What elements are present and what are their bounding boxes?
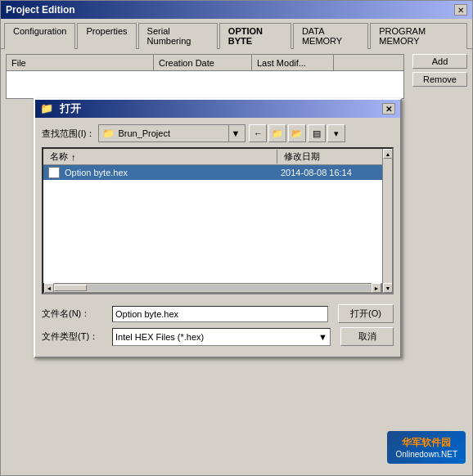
filetype-row: 文件类型(T)： Intel HEX Files (*.hex) ▼ 取消 bbox=[42, 327, 394, 346]
tab-data-memory[interactable]: DATA MEMORY bbox=[293, 23, 368, 49]
open-cancel-buttons: 打开(O) bbox=[338, 304, 394, 323]
tab-option-byte[interactable]: OPTION BYTE bbox=[219, 23, 291, 49]
col-file: File bbox=[7, 55, 154, 70]
watermark: 华军软件园 Onlinedown.NET bbox=[387, 431, 466, 464]
scroll-left-button[interactable] bbox=[44, 283, 54, 293]
file-table: File Creation Date Last Modif... bbox=[6, 54, 404, 99]
horizontal-scrollbar[interactable] bbox=[43, 283, 382, 293]
remove-button[interactable]: Remove bbox=[412, 72, 467, 87]
file-list-area: 名称 ↑ 修改日期 □ Option byte.hex 2014-08-08 1… bbox=[42, 147, 394, 294]
filetype-combo[interactable]: Intel HEX Files (*.hex) ▼ bbox=[112, 328, 331, 346]
watermark-line2: Onlinedown.NET bbox=[395, 450, 457, 459]
filetype-combo-arrow: ▼ bbox=[318, 332, 327, 342]
add-button[interactable]: Add bbox=[412, 54, 467, 69]
scrollbar-thumb[interactable] bbox=[54, 285, 87, 291]
lookin-combo[interactable]: 📁 Brun_Project ▼ bbox=[98, 124, 246, 142]
table-buttons: Add Remove bbox=[412, 54, 467, 99]
filetype-label: 文件类型(T)： bbox=[42, 330, 107, 343]
scroll-right-button[interactable] bbox=[372, 283, 381, 293]
file-table-header: File Creation Date Last Modif... bbox=[7, 55, 403, 71]
tab-serial-numbering[interactable]: Serial Numbering bbox=[138, 23, 218, 49]
open-button[interactable]: 打开(O) bbox=[338, 304, 394, 323]
nav-new-folder-button[interactable]: 📂 bbox=[288, 124, 306, 142]
file-date: 2014-08-08 16:14 bbox=[281, 168, 387, 177]
file-table-body bbox=[7, 71, 403, 98]
file-list-header: 名称 ↑ 修改日期 bbox=[43, 149, 392, 165]
tab-configuration[interactable]: Configuration bbox=[4, 23, 75, 49]
col-name[interactable]: 名称 ↑ bbox=[43, 150, 277, 164]
file-icon: □ bbox=[48, 167, 60, 178]
nav-buttons: ← 📁 📂 ▤ ▾ bbox=[249, 124, 345, 142]
filename-input[interactable] bbox=[112, 306, 328, 322]
scrollbar-track bbox=[54, 285, 372, 291]
scroll-up-button[interactable] bbox=[383, 149, 393, 159]
lookin-label: 查找范围(I)： bbox=[42, 128, 95, 140]
folder-icon: 📁 bbox=[102, 128, 115, 139]
dialog-body: 查找范围(I)： 📁 Brun_Project ▼ ← 📁 📂 ▤ ▾ bbox=[35, 118, 400, 357]
watermark-line1: 华军软件园 bbox=[395, 436, 457, 450]
tab-properties[interactable]: Properties bbox=[77, 23, 136, 49]
open-dialog: 📁 打开 ✕ 查找范围(I)： 📁 Brun_Project ▼ bbox=[34, 98, 402, 358]
col-last-modif: Last Modif... bbox=[252, 55, 334, 70]
tab-bar: Configuration Properties Serial Numberin… bbox=[1, 19, 472, 49]
nav-view-button[interactable]: ▤ bbox=[308, 124, 326, 142]
cancel-button[interactable]: 取消 bbox=[340, 327, 394, 346]
nav-up-button[interactable]: 📁 bbox=[268, 124, 286, 142]
main-title: Project Edition bbox=[6, 4, 75, 16]
filename-row: 文件名(N)： 打开(O) bbox=[42, 304, 394, 323]
filename-label: 文件名(N)： bbox=[42, 308, 107, 320]
main-window: Project Edition ✕ Configuration Properti… bbox=[0, 0, 473, 476]
col-creation-date: Creation Date bbox=[154, 55, 252, 70]
cancel-btn-wrapper: 取消 bbox=[340, 327, 394, 346]
vertical-scrollbar[interactable] bbox=[382, 149, 392, 293]
main-close-button[interactable]: ✕ bbox=[454, 4, 467, 16]
main-content: File Creation Date Last Modif... Add Rem… bbox=[1, 49, 472, 470]
vscroll-track bbox=[383, 159, 392, 283]
filetype-value: Intel HEX Files (*.hex) bbox=[115, 332, 204, 342]
current-folder-label: Brun_Project bbox=[118, 128, 225, 138]
dialog-title-bar: 📁 打开 ✕ bbox=[35, 100, 400, 118]
main-title-bar: Project Edition ✕ bbox=[1, 1, 472, 19]
scroll-down-button[interactable] bbox=[383, 283, 393, 293]
lookin-dropdown-arrow[interactable]: ▼ bbox=[228, 125, 241, 141]
dialog-title: 📁 打开 bbox=[40, 101, 81, 116]
file-item[interactable]: □ Option byte.hex 2014-08-08 16:14 bbox=[43, 165, 392, 180]
dialog-close-button[interactable]: ✕ bbox=[382, 103, 395, 115]
file-name: Option byte.hex bbox=[65, 168, 276, 177]
lookin-row: 查找范围(I)： 📁 Brun_Project ▼ ← 📁 📂 ▤ ▾ bbox=[42, 124, 394, 142]
nav-back-button[interactable]: ← bbox=[249, 124, 267, 142]
nav-options-button[interactable]: ▾ bbox=[327, 124, 345, 142]
tab-program-memory[interactable]: PROGRAM MEMORY bbox=[370, 23, 467, 49]
col-date[interactable]: 修改日期 bbox=[277, 150, 392, 164]
